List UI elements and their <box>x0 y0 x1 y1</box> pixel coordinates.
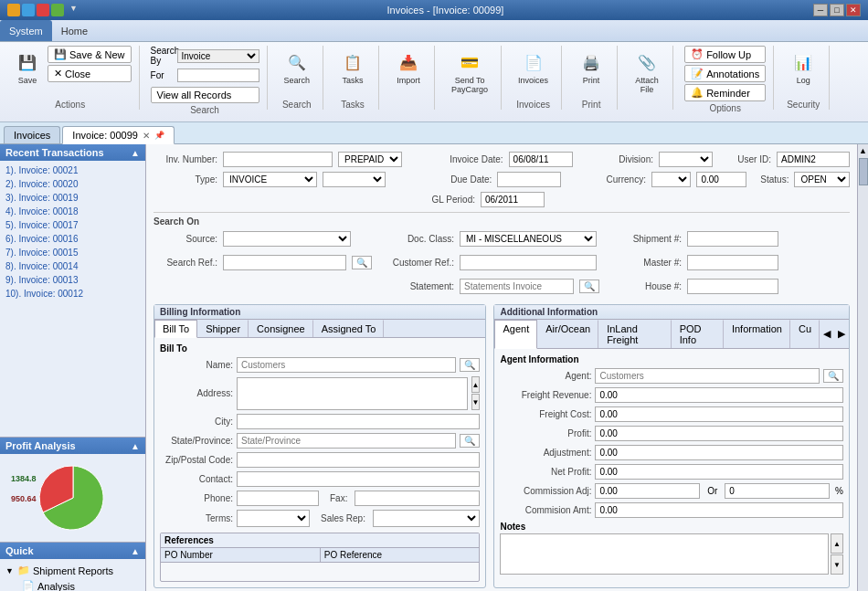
gl-period-input[interactable] <box>481 192 545 207</box>
state-find-btn[interactable]: 🔍 <box>460 434 480 448</box>
billing-tab-billto[interactable]: Bill To <box>154 320 197 338</box>
attach-button[interactable]: 📎 Attach File <box>629 46 665 98</box>
type-select[interactable]: INVOICE <box>223 172 317 187</box>
recent-item[interactable]: 4). Invoice: 00018 <box>3 205 143 218</box>
customer-ref-input[interactable] <box>460 255 597 270</box>
notes-input[interactable] <box>500 533 829 575</box>
recent-collapse-btn[interactable]: ▲ <box>131 148 140 158</box>
recent-item[interactable]: 9). Invoice: 00013 <box>3 273 143 287</box>
additional-tab-agent[interactable]: Agent <box>494 320 537 349</box>
terms-select[interactable] <box>237 510 310 527</box>
tab-invoices[interactable]: Invoices <box>4 126 60 143</box>
agent-input[interactable] <box>595 368 820 384</box>
doc-class-select[interactable]: MI - MISCELLANEOUS <box>460 231 597 247</box>
scroll-up-arrow[interactable]: ▲ <box>857 144 868 157</box>
profit-input[interactable] <box>595 426 843 441</box>
name-input[interactable] <box>237 357 456 373</box>
follow-up-button[interactable]: ⏰ Follow Up <box>684 46 766 63</box>
log-button[interactable]: 📊 Log <box>785 46 821 89</box>
tasks-button[interactable]: 📋 Tasks <box>334 46 371 89</box>
status-select[interactable]: OPEN <box>794 172 850 187</box>
reminder-button[interactable]: 🔔 Reminder <box>684 84 766 101</box>
search-ref-find-btn[interactable]: 🔍 <box>352 256 372 269</box>
paycargo-button[interactable]: 💳 Send To PayCargo <box>446 46 493 98</box>
close-btn[interactable]: ✕ <box>846 4 861 16</box>
recent-item[interactable]: 6). Invoice: 00016 <box>3 232 143 246</box>
close-action-button[interactable]: ✕ Close <box>48 65 132 82</box>
additional-tabs-nav-left[interactable]: ◀ <box>820 320 834 348</box>
save-new-button[interactable]: 💾 Save & New <box>48 46 132 63</box>
additional-tab-information[interactable]: Information <box>724 320 790 348</box>
master-input[interactable] <box>687 255 778 270</box>
invoice-date-input[interactable] <box>509 152 573 167</box>
address-scroll-up[interactable]: ▲ <box>471 376 481 393</box>
billing-tab-assigned[interactable]: Assigned To <box>313 320 385 337</box>
additional-tab-podinfo[interactable]: POD Info <box>672 320 724 348</box>
net-profit-input[interactable] <box>595 464 843 480</box>
fax-input[interactable] <box>355 491 480 506</box>
profit-collapse-btn[interactable]: ▲ <box>131 441 140 451</box>
address-scroll-down[interactable]: ▼ <box>471 394 481 410</box>
search-ref-input[interactable] <box>223 255 346 270</box>
currency-select[interactable] <box>651 172 692 187</box>
recent-item[interactable]: 5). Invoice: 00017 <box>3 218 143 232</box>
additional-tabs-nav-right[interactable]: ▶ <box>834 320 849 348</box>
recent-item[interactable]: 3). Invoice: 00019 <box>3 191 143 205</box>
minimize-btn[interactable]: ─ <box>813 4 828 16</box>
sales-rep-select[interactable] <box>373 510 481 527</box>
tree-item-analysis[interactable]: 📄 Analysis <box>4 578 142 591</box>
house-input[interactable] <box>687 279 778 294</box>
recent-item[interactable]: 2). Invoice: 00020 <box>3 177 143 191</box>
notes-scroll-up[interactable]: ▲ <box>831 533 843 554</box>
commission-amt-input[interactable] <box>595 502 843 518</box>
agent-find-btn[interactable]: 🔍 <box>823 369 843 383</box>
import-button[interactable]: 📥 Import <box>390 46 427 89</box>
freight-revenue-input[interactable] <box>595 387 843 403</box>
save-button[interactable]: 💾 Save <box>9 46 46 89</box>
tab-invoice00099[interactable]: Invoice: 00099 ✕ 📌 <box>62 126 175 144</box>
menu-system[interactable]: System <box>0 20 52 41</box>
annotations-button[interactable]: 📝 Annotations <box>684 65 766 82</box>
zip-input[interactable] <box>237 452 480 468</box>
tree-item-shipment-reports[interactable]: ▼ 📁 Shipment Reports <box>4 563 142 578</box>
additional-tab-cu[interactable]: Cu <box>790 320 820 348</box>
state-input[interactable] <box>237 433 456 449</box>
freight-cost-input[interactable] <box>595 406 843 422</box>
adjustment-input[interactable] <box>595 445 843 460</box>
additional-tab-inland[interactable]: InLand Freight <box>598 320 672 348</box>
restore-btn[interactable]: □ <box>830 4 844 16</box>
shipment-input[interactable] <box>687 231 778 247</box>
search-button[interactable]: 🔍 Search <box>279 46 316 89</box>
print-button[interactable]: 🖨️ Print <box>573 46 609 89</box>
inv-number-input[interactable] <box>223 152 333 167</box>
name-find-btn[interactable]: 🔍 <box>460 358 480 372</box>
additional-tab-airocean[interactable]: Air/Ocean <box>537 320 598 348</box>
statement-find-btn[interactable]: 🔍 <box>579 280 599 293</box>
statement-input[interactable] <box>460 279 574 294</box>
recent-item[interactable]: 10). Invoice: 00012 <box>3 287 143 301</box>
due-date-input[interactable] <box>497 172 561 187</box>
quick-collapse-btn[interactable]: ▲ <box>131 546 140 556</box>
user-id-input[interactable] <box>777 152 850 167</box>
address-input[interactable] <box>237 377 468 410</box>
type-sub-select[interactable] <box>323 172 386 187</box>
main-scrollbar[interactable]: ▲ ▼ <box>857 144 868 591</box>
commission-pct-input[interactable] <box>725 483 830 499</box>
recent-item[interactable]: 1). Invoice: 00021 <box>3 164 143 177</box>
tab-close-icon[interactable]: ✕ <box>143 131 150 141</box>
billing-tab-consignee[interactable]: Consignee <box>249 320 313 337</box>
prepaid-select[interactable]: PREPAID <box>338 152 402 167</box>
commission-adj-input[interactable] <box>595 483 700 499</box>
scroll-thumb[interactable] <box>859 158 868 185</box>
recent-item[interactable]: 8). Invoice: 00014 <box>3 259 143 273</box>
notes-scroll-down[interactable]: ▼ <box>831 554 843 575</box>
division-select[interactable] <box>659 152 713 167</box>
phone-input[interactable] <box>237 491 319 506</box>
view-all-button[interactable]: View all Records <box>151 87 259 103</box>
search-by-select[interactable]: Invoice <box>177 49 259 63</box>
recent-item[interactable]: 7). Invoice: 00015 <box>3 246 143 259</box>
source-select[interactable] <box>223 231 351 247</box>
invoices-button[interactable]: 📄 Invoices <box>513 46 554 89</box>
menu-home[interactable]: Home <box>52 20 97 41</box>
billing-tab-shipper[interactable]: Shipper <box>197 320 249 337</box>
